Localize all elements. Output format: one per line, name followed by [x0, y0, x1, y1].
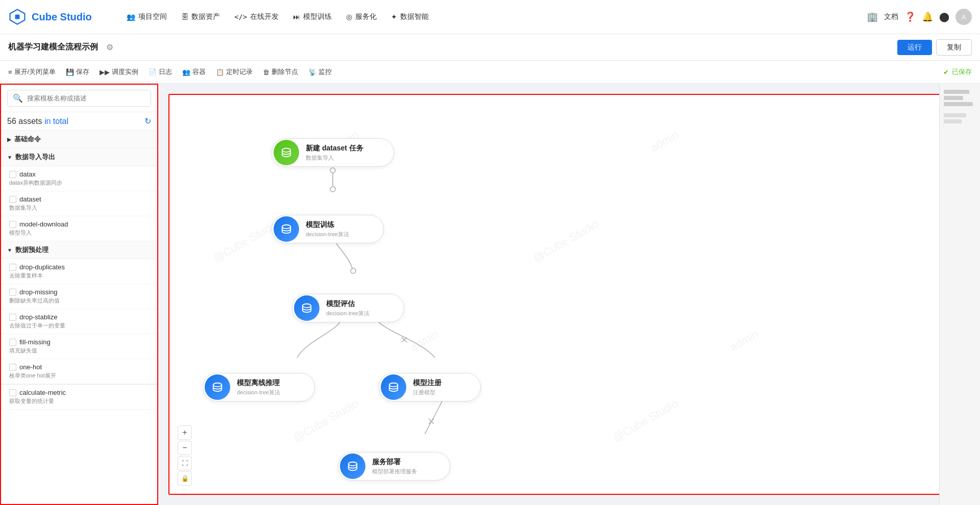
node-title-offline: 模型离线推理: [237, 378, 280, 388]
search-icon: 🔍: [13, 93, 23, 103]
minimap-line: [944, 90, 969, 94]
nav-icon-dev: </>: [234, 13, 247, 21]
zoom-controls: + − ⛶ 🔒: [178, 425, 192, 486]
logs-icon: 📄: [149, 68, 157, 76]
category-header-basic[interactable]: ▶ 基础命令: [1, 131, 157, 148]
delete-icon: 🗑: [263, 68, 270, 76]
list-item[interactable]: fill-missing 填充缺失值: [1, 334, 157, 359]
category-data-preprocess: ▼ 数据预处理 drop-duplicates 去除重复样本 drop-miss…: [1, 241, 157, 384]
minimap-line: [944, 102, 973, 106]
nav-online-dev[interactable]: </> 在线开发: [234, 12, 279, 21]
copy-button[interactable]: 复制: [936, 39, 972, 56]
item-name-datax: datax: [9, 170, 149, 178]
zoom-out-button[interactable]: −: [178, 441, 192, 455]
node-sub-deploy: 模型部署推理服务: [372, 468, 417, 475]
flow-node-register[interactable]: 模型注册 注册模型: [379, 373, 481, 401]
nav-items: 👥 项目空间 🗄 数据资产 </> 在线开发 ⏭ 模型训练 ◎ 服务化 ✦ 数据…: [127, 12, 850, 21]
flow-node-deploy[interactable]: 服务部署 模型部署推理服务: [338, 452, 450, 481]
save-status: ✔ 已保存: [943, 67, 972, 77]
list-item[interactable]: datax datax异构数据源同步: [1, 166, 157, 191]
category-header-preprocess[interactable]: ▼ 数据预处理: [1, 241, 157, 259]
lock-button[interactable]: 🔒: [178, 471, 192, 486]
node-icon-register: [381, 374, 406, 400]
list-item[interactable]: dataset 数据集导入: [1, 191, 157, 216]
nav-company[interactable]: 🏢: [867, 11, 878, 22]
nav-service[interactable]: ◎ 服务化: [346, 12, 377, 21]
schedule-button[interactable]: ▶▶ 调度实例: [100, 67, 138, 77]
item-icon: [9, 389, 16, 396]
flow-node-offline[interactable]: 模型离线推理 decision-tree算法: [203, 373, 315, 401]
list-item[interactable]: calculate-metric 获取变量的统计量: [1, 384, 157, 410]
minimap-line: [944, 96, 963, 100]
svg-rect-1: [15, 15, 20, 19]
flow-canvas-container: admin admin @Cube Studio @Cube Studio ad…: [168, 94, 970, 495]
item-desc-model-download: 模型导入: [9, 229, 149, 237]
flow-node-dataset[interactable]: 新建 dataset 任务 数据集导入: [272, 138, 394, 167]
nav-data-assets[interactable]: 🗄 数据资产: [181, 12, 220, 21]
svg-point-6: [351, 268, 356, 273]
minimap-lines: [944, 90, 976, 123]
item-icon: [9, 339, 16, 346]
monitor-button[interactable]: 📡 监控: [308, 67, 332, 77]
run-button[interactable]: 运行: [897, 40, 932, 55]
nav-data-intelligence[interactable]: ✦ 数据智能: [391, 12, 429, 21]
svg-line-9: [402, 337, 407, 342]
list-item[interactable]: one-hot 枚举类one hot展开: [1, 359, 157, 384]
container-icon: 👥: [182, 68, 190, 76]
svg-point-18: [213, 383, 222, 387]
zoom-in-button[interactable]: +: [178, 425, 192, 440]
delete-node-button[interactable]: 🗑 删除节点: [263, 67, 298, 77]
node-title-register: 模型注册: [413, 378, 442, 388]
logs-button[interactable]: 📄 日志: [149, 67, 172, 77]
nav-docs[interactable]: 文档: [884, 12, 898, 21]
search-input-wrap[interactable]: 🔍: [7, 90, 151, 107]
svg-point-15: [282, 148, 291, 152]
refresh-icon[interactable]: ↻: [144, 116, 151, 126]
minimap-line: [944, 119, 962, 123]
nav-github[interactable]: ⬤: [939, 11, 949, 22]
save-button[interactable]: 💾 保存: [66, 67, 89, 77]
node-sub-train: decision-tree算法: [306, 231, 349, 238]
timer-button[interactable]: 📋 定时记录: [216, 67, 253, 77]
list-item[interactable]: drop-missing 删除缺失率过高的值: [1, 284, 157, 309]
logo-icon: [8, 8, 27, 26]
assets-count-text: 56 assets in total: [7, 117, 68, 126]
toggle-menu-button[interactable]: ≡ 展开/关闭菜单: [8, 67, 56, 77]
monitor-icon: 📡: [308, 68, 316, 76]
save-icon: 💾: [66, 68, 74, 76]
list-item[interactable]: model-download 模型导入: [1, 216, 157, 241]
list-item[interactable]: drop-duplicates 去除重复样本: [1, 259, 157, 284]
sidebar-search-area: 🔍: [1, 85, 157, 112]
nav-project-space[interactable]: 👥 项目空间: [127, 12, 167, 21]
svg-point-3: [330, 168, 335, 173]
user-avatar[interactable]: A: [955, 9, 972, 25]
node-content-offline: 模型离线推理 decision-tree算法: [232, 378, 280, 396]
flow-node-train[interactable]: 模型训练 decision-tree算法: [272, 215, 384, 243]
category-header-data-io[interactable]: ▼ 数据导入导出: [1, 148, 157, 166]
canvas-area: admin admin @Cube Studio @Cube Studio ad…: [158, 84, 980, 505]
nav-icon-data: 🗄: [181, 13, 188, 21]
list-item[interactable]: drop-stablize 去除值过于单一的变量: [1, 309, 157, 334]
item-name-drop-stab: drop-stablize: [9, 313, 149, 321]
nav-model-training[interactable]: ⏭ 模型训练: [293, 12, 332, 21]
sub-toolbar: ≡ 展开/关闭菜单 💾 保存 ▶▶ 调度实例 📄 日志 👥 容器 📋 定时记录 …: [0, 61, 980, 84]
node-title-deploy: 服务部署: [372, 458, 417, 467]
main-area: 🔍 56 assets in total ↻ ▶ 基础命令 ▼ 数据导入导出: [0, 84, 980, 505]
node-content-deploy: 服务部署 模型部署推理服务: [367, 458, 417, 475]
timer-icon: 📋: [216, 68, 224, 76]
nav-help[interactable]: ❓: [904, 11, 916, 22]
item-desc-calc-metric: 获取变量的统计量: [9, 397, 149, 405]
search-input[interactable]: [27, 94, 145, 102]
fit-view-button[interactable]: ⛶: [178, 456, 192, 470]
sidebar: 🔍 56 assets in total ↻ ▶ 基础命令 ▼ 数据导入导出: [0, 84, 158, 505]
item-icon: [9, 196, 16, 203]
nav-notifications[interactable]: 🔔: [922, 11, 933, 22]
schedule-icon: ▶▶: [100, 68, 110, 76]
arrow-icon-basic: ▶: [7, 137, 11, 142]
node-title-eval: 模型评估: [326, 299, 370, 309]
flow-node-eval[interactable]: 模型评估 decision-tree算法: [292, 294, 404, 322]
container-button[interactable]: 👥 容器: [182, 67, 206, 77]
item-desc-fill-missing: 填充缺失值: [9, 347, 149, 355]
settings-gear-icon[interactable]: ⚙: [106, 42, 113, 52]
logo-area: Cube Studio: [8, 8, 110, 26]
